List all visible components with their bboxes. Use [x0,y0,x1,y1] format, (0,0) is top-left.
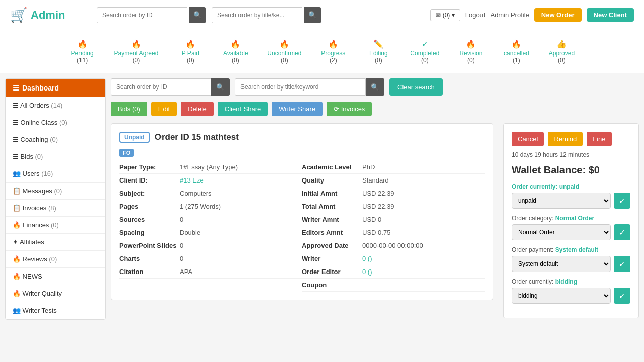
order-col-right: Academic Level PhD Quality Standard Init… [302,161,485,292]
total-amnt-label: Total Amnt [302,203,362,210]
order-row-writer: Writer 0 () [302,252,485,265]
sidebar-item-finances[interactable]: 🔥 Finances (0) [6,217,105,234]
client-id-link[interactable]: #13 Eze [180,176,204,184]
status-ppaid[interactable]: 🔥 P Paid (0) [168,35,213,68]
order-category-confirm-button[interactable]: ✓ [614,224,630,240]
order-bidding-confirm-button[interactable]: ✓ [614,288,630,304]
status-pending[interactable]: 🔥 Pending (11) [60,35,105,68]
search-title-input[interactable] [235,78,366,96]
sidebar-item-writer-tests[interactable]: 👥 Writer Tests [6,302,105,319]
order-row-powerpoint: PowerPoint Slides 0 [119,239,302,252]
edit-button[interactable]: Edit [151,102,177,116]
new-client-button[interactable]: New Client [587,8,634,22]
status-cancelled[interactable]: 🔥 cancelled (1) [494,35,539,68]
panel-order-currently-label: Order currently: unpaid [512,183,630,190]
right-panel: Cancel Remind Fine 10 days 19 hours 12 m… [503,123,639,318]
unconfirmed-label: Unconfirmed [267,50,301,57]
status-progress[interactable]: 🔥 Progress (2) [310,35,356,68]
sidebar-item-label: 👥 Users (16) [13,170,53,177]
status-payment-agreed[interactable]: 🔥 Payment Agreed (0) [105,35,168,68]
pending-label: Pending [71,50,94,57]
sidebar-item-online-class[interactable]: ☰ Online Class (0) [6,114,105,131]
header-search-title-button[interactable]: 🔍 [304,7,321,23]
content-columns: Unpaid Order ID 15 mathtest FO Paper Typ… [111,123,639,318]
status-revision[interactable]: 🔥 Revision (0) [448,35,494,68]
sidebar-item-all-orders[interactable]: ☰ All Orders (14) [6,97,105,114]
approved-icon: 👍 [556,39,567,49]
search-title-group: 🔍 [235,78,384,96]
fine-button[interactable]: Fine [587,132,611,146]
sidebar-item-news[interactable]: 🔥 NEWS [6,268,105,285]
writer-link[interactable]: 0 () [362,255,372,262]
remind-button[interactable]: Remind [548,132,583,146]
order-category-select[interactable]: Normal Order Online Class Coaching [512,224,611,240]
sidebar-item-affiliates[interactable]: ✦ Affiliates [6,234,105,251]
search-title-button[interactable]: 🔍 [366,78,384,96]
approved-count: (0) [558,57,566,64]
writer-share-button[interactable]: Writer Share [272,102,323,116]
order-payment-select[interactable]: System default PayPal Stripe [512,256,611,272]
delete-button[interactable]: Delete [181,102,214,116]
wallet-balance: Wallet Balance: $0 [512,164,630,176]
order-row-quality: Quality Standard [302,174,485,187]
header-search-id-button[interactable]: 🔍 [189,7,206,23]
order-row-editors-amnt: Editors Amnt USD 0.75 [302,226,485,239]
order-row-coupon: Coupon [302,279,485,292]
sidebar-item-coaching[interactable]: ☰ Coaching (0) [6,131,105,148]
order-row-order-editor: Order Editor 0 () [302,265,485,279]
bids-button[interactable]: Bids (0) [111,102,147,116]
writer-amnt-label: Writer Amnt [302,216,362,223]
search-id-button[interactable]: 🔍 [211,78,230,96]
invoices-button[interactable]: ⟳ Invoices [327,102,372,116]
completed-icon: ✓ [422,39,428,49]
sidebar-item-reviews[interactable]: 🔥 Reviews (0) [6,251,105,268]
order-payment-confirm-button[interactable]: ✓ [614,256,630,272]
panel-order-payment-label: Order payment: System default [512,246,630,253]
sidebar-item-writer-quality[interactable]: 🔥 Writer Quality [6,285,105,302]
order-card: Unpaid Order ID 15 mathtest FO Paper Typ… [111,123,493,300]
coupon-label: Coupon [302,281,362,289]
logout-button[interactable]: Logout [465,11,486,19]
status-available[interactable]: 🔥 Available (0) [213,35,258,68]
order-title: Order ID 15 mathtest [155,132,239,142]
cancelled-count: (1) [513,57,520,64]
ppaid-label: P Paid [182,50,199,57]
header-search-title-input[interactable] [212,7,302,23]
status-completed[interactable]: ✓ Completed (0) [401,35,448,68]
ppaid-icon: 🔥 [185,39,195,49]
header-search-id-input[interactable] [97,7,187,23]
cancel-button[interactable]: Cancel [512,132,544,146]
status-unconfirmed[interactable]: 🔥 Unconfirmed (0) [258,35,310,68]
clear-search-button[interactable]: Clear search [389,78,443,96]
order-row-subject: Subject: Computers [119,187,302,200]
search-id-input[interactable] [111,78,211,96]
status-editing[interactable]: ✏️ Editing (0) [356,35,401,68]
admin-profile-button[interactable]: Admin Profile [490,11,529,19]
sidebar-item-label: ☰ Online Class (0) [13,119,67,126]
sidebar-item-messages[interactable]: 📋 Messages (0) [6,183,105,200]
status-bar: 🔥 Pending (11) 🔥 Payment Agreed (0) 🔥 P … [0,30,644,73]
progress-count: (2) [330,57,337,64]
sidebar-item-users[interactable]: 👥 Users (16) [6,165,105,183]
order-bidding-select[interactable]: bidding [512,288,611,304]
progress-label: Progress [321,50,345,57]
charts-value: 0 [180,255,183,262]
spacing-label: Spacing [119,229,180,236]
order-editor-link[interactable]: 0 () [362,268,372,276]
new-order-button[interactable]: New Order [534,8,582,22]
initial-amnt-label: Initial Amnt [302,190,362,197]
order-editor-value: 0 () [362,268,372,276]
sources-value: 0 [180,216,183,223]
sidebar-item-bids[interactable]: ☰ Bids (0) [6,148,105,165]
editing-count: (0) [375,57,382,64]
sidebar-item-invoices[interactable]: 📋 Invoices (8) [6,200,105,217]
search-row: 🔍 🔍 Clear search [111,78,639,96]
client-share-button[interactable]: Client Share [218,102,268,116]
order-status-select[interactable]: unpaid paid partial [512,193,611,209]
completed-count: (0) [421,57,429,64]
payment-agreed-label: Payment Agreed [114,50,159,57]
sidebar-item-label: ✦ Affiliates [13,238,44,246]
status-approved[interactable]: 👍 Approved (0) [539,35,584,68]
order-status-confirm-button[interactable]: ✓ [614,193,630,209]
mail-button[interactable]: ✉ (0) ▾ [430,9,460,21]
